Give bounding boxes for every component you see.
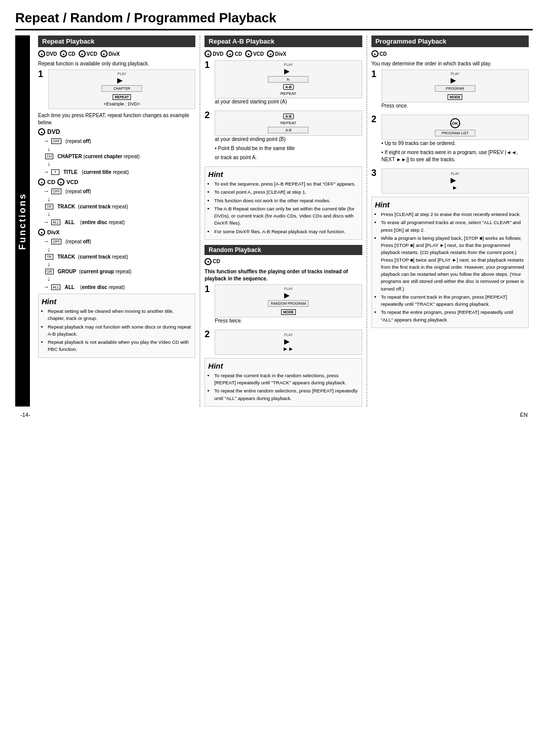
ab-hint-list: To exit the sequence, press [A-B REPEAT]… [208, 181, 358, 235]
random-hint-item-2: To repeat the entire random selections, … [214, 387, 358, 402]
random-hint-item-1: To repeat the current track in the rando… [214, 372, 358, 387]
random-step1-desc: Press twice. [215, 317, 362, 325]
programmed-step2-note1: • Up to 99 tracks can be ordered. [382, 140, 529, 147]
repeat-step1-example: <Example : DVD> [104, 101, 140, 106]
programmed-step2-note2: • If eight or more tracks were in a prog… [382, 149, 529, 163]
page-number: -14- [20, 412, 30, 418]
divx-icon: ●DivX [100, 50, 120, 57]
repeat-step1: 1 PLAY ▶ CHAPTER REPEAT <Example : DVD> [38, 69, 195, 109]
programmed-hint-item-4: To repeat the current track in the progr… [381, 294, 525, 308]
dvd-label: DVD [47, 128, 60, 135]
step1-num: 1 [38, 69, 45, 79]
ab-step2-button: A-B [283, 114, 293, 119]
programmed-hint-item-1: Press [CLEAR] at step 2 to erase the mos… [381, 211, 525, 218]
random-step2: 2 PLAY▶ ▶▶ [204, 330, 362, 355]
programmed-step1-num: 1 [371, 69, 379, 79]
ab-disc-icons: ●DVD ●CD ●VCD ●DivX [204, 50, 362, 57]
cd-vcd-repeat-section: ● CD ● VCD →OFF(repeat off) ↓ TRTRACK (c… [38, 178, 195, 226]
random-disc-icons: ●CD [204, 258, 362, 265]
programmed-hint-item-2: To erase all programmed tracks at once, … [381, 219, 525, 234]
repeat-intro: Repeat function is available only during… [38, 60, 195, 67]
programmed-step1-screen: PROGRAM [435, 85, 475, 92]
programmed-step1-button: MODE [448, 94, 462, 100]
ab-hint-item-2: To cancel point A, press [CLEAR] at step… [214, 189, 358, 196]
random-step1-screen: RANDOM PROGRAM [268, 300, 309, 307]
ab-hint-item-1: To exit the sequence, press [A-B REPEAT]… [214, 181, 358, 188]
repeat-hint-list: Repeat setting will be cleared when movi… [42, 308, 192, 353]
ab-hint-item-4: The A-B Repeat section can only be set w… [214, 205, 358, 227]
programmed-hint-item-5: To repeat the entire program, press [REP… [381, 309, 525, 323]
repeat-change-text: Each time you press REPEAT, repeat funct… [38, 112, 195, 126]
random-step1: 1 PLAY▶ RANDOM PROGRAM MODE Press twice. [204, 284, 362, 327]
ab-step1-image: PLAY▶ A- A-B REPEAT [215, 60, 362, 98]
repeat-hint-item-3: Repeat playback is not available when yo… [48, 339, 192, 353]
repeat-hint-title: Hint [42, 297, 192, 306]
programmed-step2-image: OK PROGRAM LIST [382, 115, 529, 140]
repeat-disc-icons: ●DVD ●CD ●VCD ●DivX [38, 50, 195, 57]
repeat-hint-item-2: Repeat playback may not function with so… [48, 323, 192, 338]
divx-label2: DivX [47, 229, 59, 235]
programmed-step1-desc: Press once. [382, 102, 529, 110]
repeat-step1-button: REPEAT [113, 94, 131, 100]
random-step2-num: 2 [204, 330, 212, 339]
random-step2-image: PLAY▶ ▶▶ [215, 330, 362, 355]
programmed-hint-item-3: While a program is being played back, [S… [381, 235, 525, 293]
ab-step2: 2 A-B REPEAT A-B at your desired ending … [204, 111, 362, 163]
programmed-header: Programmed Playback [371, 35, 529, 47]
random-hint-box: Hint To repeat the current track in the … [204, 358, 362, 407]
programmed-step3-image: PLAY▶ ▶ [382, 168, 529, 194]
repeat-playback-header: Repeat Playback [38, 35, 195, 47]
programmed-disc-icons: ●CD [371, 50, 529, 57]
ab-step2-num: 2 [204, 111, 212, 120]
footer: -14- EN [15, 412, 533, 418]
ab-hint-title: Hint [208, 170, 358, 178]
programmed-hint-list: Press [CLEAR] at step 2 to erase the mos… [375, 211, 525, 323]
cd-vcd-arrow-flow: →OFF(repeat off) ↓ TRTRACK (current trac… [43, 188, 195, 226]
repeat-ab-header: Repeat A-B Playback [204, 35, 362, 47]
cd-icon: ●CD [60, 50, 75, 57]
functions-sidebar-label: Functions [15, 35, 30, 407]
programmed-hint-box: Hint Press [CLEAR] at step 2 to erase th… [371, 197, 529, 328]
programmed-step3: 3 PLAY▶ ▶ [371, 168, 529, 194]
random-hint-title: Hint [208, 362, 358, 370]
divx-repeat-section: ● DivX →OFF(repeat off) ↓ TRTRACK (curre… [38, 229, 195, 291]
ab-step1: 1 PLAY▶ A- A-B REPEAT at your desired st… [204, 60, 362, 107]
col-repeat-ab-random: Repeat A-B Playback ●DVD ●CD ●VCD ●DivX … [200, 35, 367, 407]
repeat-hint-item-1: Repeat setting will be cleared when movi… [48, 308, 192, 322]
ab-step2-note2: or track as point A. [215, 154, 362, 161]
ab-step2-image: A-B REPEAT A-B [215, 111, 362, 136]
repeat-step1-screen: CHAPTER [101, 85, 142, 92]
random-playback-header: Random Playback [204, 245, 362, 255]
col-repeat-playback: Repeat Playback ●DVD ●CD ●VCD ●DivX Repe… [34, 35, 200, 407]
ab-step2-screen: A-B [268, 127, 309, 133]
random-hint-list: To repeat the current track in the rando… [208, 372, 358, 402]
dvd-arrow-flow: →OFF(repeat off) ↓ CHCHAPTER (current ch… [43, 137, 195, 175]
en-label: EN [520, 412, 528, 418]
repeat-hint-box: Hint Repeat setting will be cleared when… [38, 294, 195, 358]
random-desc: This function shuffles the playing order… [204, 268, 362, 282]
ab-hint-box: Hint To exit the sequence, press [A-B RE… [204, 166, 362, 240]
programmed-step2-screen: PROGRAM LIST [435, 130, 475, 136]
ab-step1-screen: A- [268, 76, 309, 83]
ok-button[interactable]: OK [450, 118, 460, 128]
ab-step1-num: 1 [204, 60, 212, 69]
cd-label: CD [47, 179, 55, 185]
programmed-step1: 1 PLAY▶ PROGRAM MODE Press once. [371, 69, 529, 112]
programmed-step1-image: PLAY▶ PROGRAM MODE [382, 69, 529, 102]
random-step1-num: 1 [204, 284, 212, 294]
programmed-step3-num: 3 [371, 168, 379, 177]
random-step1-button: MODE [281, 309, 296, 315]
col-programmed-playback: Programmed Playback ●CD You may determin… [367, 35, 533, 407]
dvd-icon: ●DVD [38, 50, 57, 57]
programmed-step2: 2 OK PROGRAM LIST • Up to 99 tracks can … [371, 115, 529, 165]
ab-step2-desc: at your desired ending point (B) [215, 136, 362, 143]
dvd-repeat-section: ● DVD →OFF(repeat off) ↓ CHCHAPTER (curr… [38, 128, 195, 175]
ab-hint-item-3: This function does not work in the other… [214, 197, 358, 204]
divx-arrow-flow: →OFF(repeat off) ↓ TRTRACK (current trac… [43, 238, 195, 291]
ab-step2-note1: • Point B should be in the same title [215, 145, 362, 152]
vcd-label: VCD [66, 179, 78, 185]
random-step1-image: PLAY▶ RANDOM PROGRAM MODE [215, 284, 362, 317]
ab-step1-button: A-B [283, 84, 293, 90]
programmed-hint-title: Hint [375, 200, 525, 209]
page-title: Repeat / Random / Programmed Playback [15, 10, 533, 30]
